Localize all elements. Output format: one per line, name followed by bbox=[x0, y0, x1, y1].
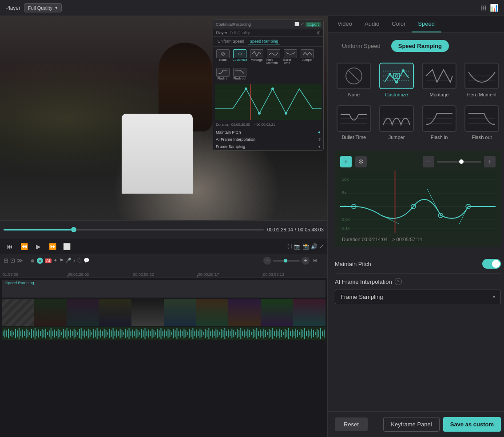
preset-flash-in[interactable]: Flash in bbox=[420, 103, 458, 142]
svg-rect-155 bbox=[262, 331, 262, 336]
play-btn[interactable]: ▶ bbox=[32, 240, 44, 253]
track-area: Speed Ramping bbox=[0, 278, 327, 340]
voiceover-icon[interactable]: 🎤 bbox=[65, 258, 71, 263]
preset-montage[interactable]: Montage bbox=[420, 61, 458, 99]
camera-icon[interactable]: 📷 bbox=[294, 243, 301, 250]
preset-montage-icon bbox=[422, 63, 456, 89]
svg-rect-115 bbox=[190, 330, 191, 337]
reset-btn[interactable]: Reset bbox=[335, 417, 368, 431]
audio-icon[interactable]: 🔊 bbox=[311, 243, 317, 250]
svg-rect-109 bbox=[180, 330, 181, 338]
grid-icon[interactable]: ⊞ bbox=[480, 4, 486, 12]
add-track-icon[interactable]: ● bbox=[37, 258, 43, 264]
snapshot-icon[interactable]: 📸 bbox=[302, 243, 309, 250]
more-icon[interactable]: ⋯ bbox=[319, 258, 324, 263]
quality-dropdown[interactable]: Full Quality ▾ bbox=[24, 3, 62, 12]
svg-rect-177 bbox=[301, 329, 302, 338]
preset-jumper[interactable]: Jumper bbox=[377, 103, 416, 142]
tab-color[interactable]: Color bbox=[385, 16, 412, 32]
ruler-tick-3: 00:02:58:22 bbox=[132, 272, 197, 277]
inner-tab-uniform[interactable]: Uniform Speed bbox=[216, 39, 246, 44]
svg-rect-95 bbox=[155, 332, 156, 335]
main-content: ContinualRecording ⬜ ⤢ Export Player Ful… bbox=[0, 16, 504, 437]
curve-plus-btn[interactable]: + bbox=[484, 156, 496, 167]
music-icon[interactable]: ♪ bbox=[73, 258, 76, 263]
inner-preset-bullet[interactable]: Bullet Time bbox=[282, 48, 298, 65]
svg-rect-117 bbox=[194, 331, 195, 336]
inner-preset-flash-out[interactable]: Flash out bbox=[232, 67, 248, 81]
inner-frame-sampling[interactable]: Frame Sampling ▾ bbox=[213, 143, 323, 150]
inner-preset-none[interactable]: ⊘ None bbox=[215, 48, 231, 65]
svg-rect-190 bbox=[324, 330, 325, 338]
preset-hero[interactable]: Hero Moment bbox=[463, 61, 501, 99]
preset-none[interactable]: None bbox=[335, 61, 373, 99]
export-badge[interactable]: Export bbox=[306, 22, 321, 27]
fullscreen-btn[interactable]: ⬜ bbox=[60, 240, 73, 253]
inner-preset-jumper[interactable]: Jumper bbox=[299, 48, 315, 65]
progress-bar[interactable] bbox=[4, 229, 264, 230]
speed-ramp-track: Speed Ramping bbox=[2, 280, 325, 298]
uniform-speed-btn[interactable]: Uniform Speed bbox=[335, 40, 388, 52]
svg-rect-55 bbox=[84, 330, 85, 338]
video-track[interactable] bbox=[2, 299, 325, 326]
main-curve-area[interactable]: 10x 5x 1x 0.5x 0.1x bbox=[340, 171, 496, 233]
svg-rect-27 bbox=[35, 328, 36, 339]
action-buttons-right: Keyframe Panel Save as custom bbox=[383, 417, 501, 432]
flash-row: Flash in Flash out bbox=[213, 67, 323, 83]
frame-sampling-dropdown[interactable]: Frame Sampling ▾ bbox=[335, 290, 501, 304]
inner-preset-flash-in[interactable]: Flash in bbox=[215, 67, 231, 81]
preset-customize[interactable]: Customize bbox=[377, 61, 416, 99]
svg-rect-79 bbox=[127, 330, 128, 337]
svg-rect-61 bbox=[95, 330, 96, 337]
record-icon[interactable]: ⏺ bbox=[30, 258, 35, 263]
svg-rect-153 bbox=[258, 331, 259, 336]
zoom-slider[interactable] bbox=[273, 260, 300, 262]
player-controls: 00:01:28:04 / 00:05:43:03 bbox=[0, 220, 327, 238]
magnet-tool[interactable]: ⊡ bbox=[10, 257, 15, 264]
maintain-pitch-toggle[interactable] bbox=[482, 259, 501, 269]
tab-audio[interactable]: Audio bbox=[358, 16, 385, 32]
expand-icon[interactable]: ⤢ bbox=[319, 243, 324, 250]
sticker-icon[interactable]: ⬡ bbox=[77, 258, 82, 263]
tab-video[interactable]: Video bbox=[331, 16, 358, 32]
svg-rect-40 bbox=[58, 329, 59, 338]
snowflake-btn[interactable]: ✻ bbox=[355, 156, 367, 167]
speed-ramping-btn[interactable]: Speed Ramping bbox=[391, 40, 449, 52]
step-forward-btn[interactable]: ⏩ bbox=[46, 240, 59, 253]
effects-icon[interactable]: ✦ bbox=[53, 258, 57, 263]
skip-back-btn[interactable]: ⏮ bbox=[4, 240, 16, 253]
bracket-right[interactable]: } bbox=[291, 244, 292, 249]
curve-minus-btn[interactable]: − bbox=[423, 156, 434, 167]
svg-rect-100 bbox=[164, 330, 165, 338]
progress-thumb[interactable] bbox=[71, 227, 76, 232]
step-back-btn[interactable]: ⏪ bbox=[18, 240, 30, 253]
inner-preset-customize[interactable]: ⚙ Customize bbox=[232, 48, 248, 65]
zoom-plus-btn[interactable]: + bbox=[302, 257, 310, 265]
chart-icon[interactable]: 📊 bbox=[490, 4, 499, 12]
bracket-left[interactable]: { bbox=[287, 244, 289, 249]
preset-flash-out[interactable]: Flash out bbox=[463, 103, 501, 142]
save-custom-btn[interactable]: Save as custom bbox=[443, 417, 501, 432]
svg-rect-90 bbox=[147, 331, 147, 336]
right-transport: { } 📷 📸 🔊 ⤢ bbox=[287, 243, 324, 250]
inner-tab-ramping[interactable]: Speed Ramping bbox=[248, 39, 280, 44]
tab-speed[interactable]: Speed bbox=[412, 16, 441, 32]
help-icon[interactable]: ? bbox=[395, 278, 402, 285]
layout-icon[interactable]: ⊞ bbox=[313, 258, 317, 263]
inner-preset-montage[interactable]: Montage bbox=[249, 48, 265, 65]
zoom-minus-btn[interactable]: − bbox=[263, 257, 271, 265]
add-keyframe-btn[interactable]: + bbox=[340, 156, 352, 167]
svg-rect-18 bbox=[19, 328, 20, 339]
svg-rect-146 bbox=[246, 331, 246, 336]
split-tool[interactable]: ≫ bbox=[17, 257, 23, 264]
caption-icon[interactable]: 💬 bbox=[83, 258, 90, 263]
preset-bullet[interactable]: Bullet Time bbox=[335, 103, 373, 142]
svg-rect-51 bbox=[77, 332, 78, 335]
inner-preset-hero[interactable]: Hero Moment bbox=[266, 48, 282, 65]
marker-icon[interactable]: ⚑ bbox=[59, 258, 63, 263]
ripple-tool[interactable]: ⊞ bbox=[4, 257, 8, 264]
keyframe-panel-btn[interactable]: Keyframe Panel bbox=[383, 417, 440, 432]
svg-rect-127 bbox=[212, 330, 213, 338]
svg-rect-8 bbox=[2, 327, 325, 340]
curve-slider[interactable] bbox=[437, 161, 481, 163]
